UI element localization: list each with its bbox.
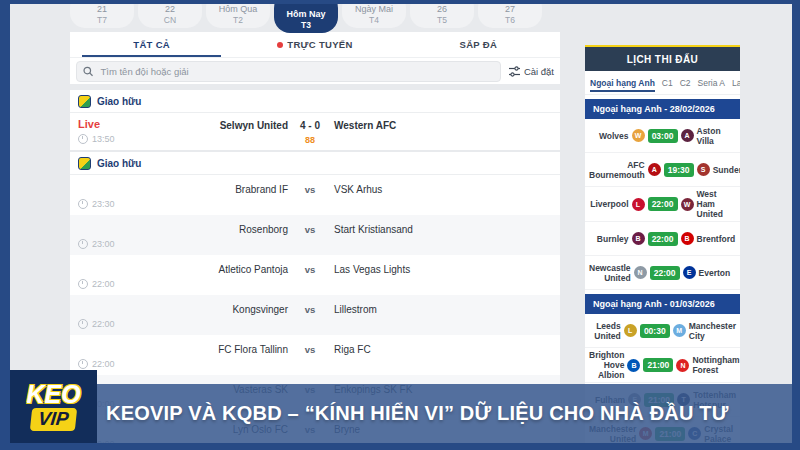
date-tab-weekday: T6: [505, 15, 515, 25]
league-name: Giao hữu: [97, 96, 141, 107]
home-team-logo-icon: L: [624, 324, 637, 337]
date-tab-day: 21: [97, 4, 107, 15]
sidebar-league-tab[interactable]: Seria A: [698, 74, 725, 92]
vs-separator: vs: [298, 264, 322, 275]
kickoff-time-badge: 00:30: [640, 324, 670, 338]
kickoff-time-text: 22:00: [92, 359, 115, 369]
live-match-row[interactable]: Live Selwyn United 4 - 0 Western AFC 88 …: [70, 113, 560, 150]
date-tab[interactable]: 26T5: [410, 0, 474, 28]
filter-tab-label: TẤT CẢ: [133, 39, 170, 50]
kickoff-time: 13:50: [78, 134, 115, 144]
date-tab-weekday: T2: [233, 15, 243, 25]
sidebar-league-tab[interactable]: C2: [680, 74, 691, 92]
match-minute: 88: [298, 135, 322, 145]
home-team-logo-icon: A: [648, 163, 661, 176]
live-dot-icon: [277, 42, 283, 48]
away-team: Aston Villa: [697, 126, 737, 146]
home-team: FC Flora Tallinn: [110, 344, 288, 355]
home-team: Atletico Pantoja: [110, 264, 288, 275]
clock-icon: [78, 239, 88, 249]
kickoff-time-text: 22:00: [92, 319, 115, 329]
away-team: VSK Arhus: [334, 184, 382, 195]
match-row[interactable]: Brabrand IFvsVSK Arhus23:30: [70, 175, 560, 215]
fixture-row[interactable]: Newcastle UnitedN22:00EEverton: [585, 256, 740, 290]
match-row[interactable]: Atletico PantojavsLas Vegas Lights22:00: [70, 255, 560, 295]
frame-top: [0, 0, 800, 4]
date-tab[interactable]: 27T6: [478, 0, 542, 28]
home-team: Kongsvinger: [110, 304, 288, 315]
kickoff-time: 22:00: [78, 319, 115, 329]
away-team-logo-icon: M: [673, 324, 686, 337]
date-tab-day: 27: [505, 4, 515, 15]
away-team: Sunderland: [713, 165, 740, 175]
fixture-row[interactable]: WolvesW03:00AAston Villa: [585, 119, 740, 153]
filter-tab-label: TRỰC TUYẾN: [287, 39, 352, 50]
fixture-row[interactable]: Leeds UnitedL00:30MManchester City: [585, 314, 740, 348]
kickoff-time: 22:00: [78, 279, 115, 289]
sidebar-league-tab[interactable]: La L: [732, 74, 740, 92]
clock-icon: [78, 134, 88, 144]
search-icon: [83, 66, 93, 77]
league-name: Giao hữu: [97, 158, 141, 169]
fixture-row[interactable]: Brighton Hove AlbionB21:00NNottingham Fo…: [585, 348, 740, 383]
date-tab[interactable]: 21T7: [70, 0, 134, 28]
league-header[interactable]: Giao hữu: [70, 90, 560, 113]
sidebar-league-tab[interactable]: C1: [662, 74, 673, 92]
date-tab[interactable]: 22CN: [138, 0, 202, 28]
home-team: Selwyn United: [110, 120, 288, 131]
banner-title: KEOVIP VÀ KQBD – “KÍNH HIỂN VI” DỮ LIỆU …: [106, 401, 729, 426]
away-team: West Ham United: [697, 189, 737, 219]
home-team-logo-icon: L: [632, 198, 645, 211]
fixture-group-header: Ngoại hạng Anh - 28/02/2026: [585, 99, 740, 119]
away-team: Start Kristiansand: [334, 224, 413, 235]
away-team: Lillestrom: [334, 304, 377, 315]
away-team-logo-icon: A: [681, 129, 694, 142]
search-input[interactable]: [98, 65, 493, 78]
settings-label: Cài đặt: [524, 66, 554, 77]
away-team-logo-icon: S: [697, 163, 710, 176]
home-team: Rosenborg: [110, 224, 288, 235]
date-tab[interactable]: Ngày MaiT4: [342, 0, 406, 28]
clock-icon: [78, 279, 88, 289]
logo-text-keo: KEO: [26, 382, 80, 407]
match-row[interactable]: RosenborgvsStart Kristiansand23:00: [70, 215, 560, 255]
league-header[interactable]: Giao hữu: [70, 152, 560, 175]
filter-search-card: TẤT CẢTRỰC TUYẾNSẮP ĐÁ Cài đặt: [70, 32, 560, 84]
home-team: Brighton Hove Albion: [589, 350, 624, 380]
kickoff-time: 23:00: [78, 239, 115, 249]
filter-tab[interactable]: TRỰC TUYẾN: [233, 32, 396, 57]
league-crest-icon: [78, 95, 91, 108]
promo-banner[interactable]: KEOVIP VÀ KQBD – “KÍNH HIỂN VI” DỮ LIỆU …: [10, 384, 792, 443]
filter-tabs: TẤT CẢTRỰC TUYẾNSẮP ĐÁ: [70, 32, 560, 58]
date-tab[interactable]: Hôm NayT3: [274, 0, 338, 33]
sidebar-league-tab[interactable]: Ngoại hạng Anh: [590, 74, 655, 92]
keovip-logo[interactable]: KEO VIP: [10, 370, 97, 443]
fixture-row[interactable]: AFC BournemouthA19:30SSunderland: [585, 153, 740, 187]
date-tab[interactable]: Hôm QuaT2: [206, 0, 270, 28]
date-tab-day: Hôm Qua: [219, 4, 258, 15]
filter-tab[interactable]: TẤT CẢ: [70, 32, 233, 57]
vs-separator: vs: [298, 344, 322, 355]
live-badge: Live: [78, 118, 100, 130]
match-row[interactable]: FC Flora TallinnvsRiga FC22:00: [70, 335, 560, 375]
vs-separator: vs: [298, 304, 322, 315]
home-team: Burnley: [589, 234, 629, 244]
settings-button[interactable]: Cài đặt: [509, 66, 554, 77]
vs-separator: vs: [298, 184, 322, 195]
kickoff-time-text: 22:00: [92, 279, 115, 289]
home-team: AFC Bournemouth: [589, 160, 645, 180]
match-row[interactable]: KongsvingervsLillestrom22:00: [70, 295, 560, 335]
clock-icon: [78, 359, 88, 369]
fixture-row[interactable]: BurnleyB22:00BBrentford: [585, 222, 740, 256]
kickoff-time: 23:30: [78, 199, 115, 209]
filter-tab[interactable]: SẮP ĐÁ: [397, 32, 560, 57]
search-row: Cài đặt: [70, 58, 560, 84]
home-team-logo-icon: N: [634, 266, 647, 279]
away-team-logo-icon: W: [681, 198, 694, 211]
home-team-logo-icon: B: [632, 232, 645, 245]
date-tab-weekday: CN: [164, 15, 176, 25]
search-box[interactable]: [76, 61, 501, 82]
logo-text-vip: VIP: [30, 408, 77, 431]
home-team: Brabrand IF: [110, 184, 288, 195]
fixture-row[interactable]: LiverpoolL22:00WWest Ham United: [585, 187, 740, 222]
